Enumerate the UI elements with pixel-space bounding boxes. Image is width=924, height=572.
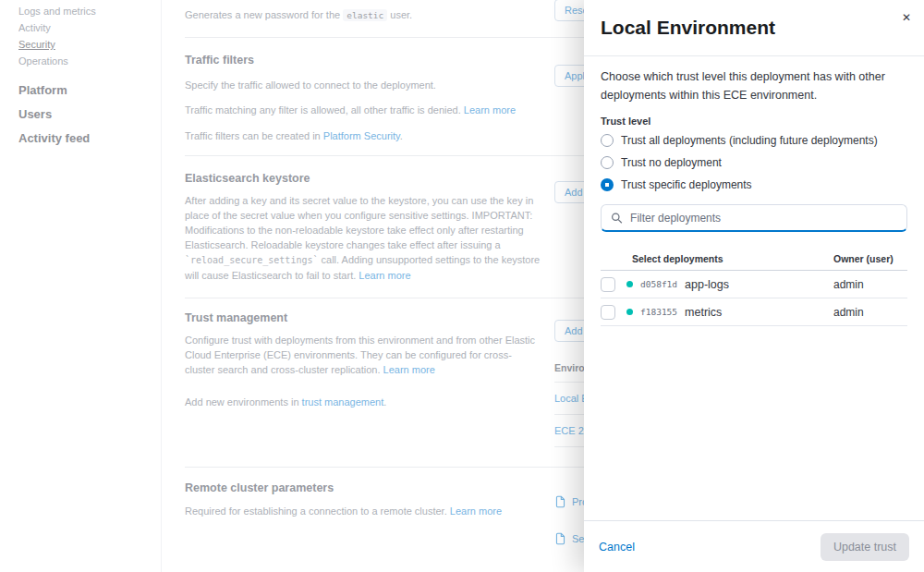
sidebar-item-platform[interactable]: Platform bbox=[18, 79, 161, 103]
document-icon bbox=[554, 495, 566, 508]
add-environments-note: Add new environments in trust management… bbox=[185, 395, 541, 409]
sidebar-item-activity[interactable]: Activity bbox=[18, 19, 161, 36]
flyout-title: Local Environment bbox=[601, 15, 907, 41]
radio-icon[interactable] bbox=[601, 134, 614, 147]
learn-more-link[interactable]: Learn more bbox=[383, 364, 435, 375]
reset-password-description: Generates a new password for the elastic… bbox=[185, 7, 412, 23]
remote-cluster-desc: Required for establishing a connection t… bbox=[185, 504, 541, 518]
traffic-filters-title: Traffic filters bbox=[185, 54, 254, 67]
filter-deployments-input[interactable] bbox=[630, 212, 897, 225]
cancel-button[interactable]: Cancel bbox=[599, 541, 635, 554]
sidebar-item-operations[interactable]: Operations bbox=[18, 53, 161, 69]
local-environment-flyout: Local Environment ✕ Choose which trust l… bbox=[584, 0, 924, 572]
sidebar-item-logs-and-metrics[interactable]: Logs and metrics bbox=[18, 3, 161, 19]
table-row: d058f1d app-logs admin bbox=[601, 271, 907, 298]
learn-more-link[interactable]: Learn more bbox=[464, 104, 516, 116]
sidebar: Logs and metrics Activity Security Opera… bbox=[0, 0, 162, 572]
sidebar-item-users[interactable]: Users bbox=[18, 103, 161, 127]
deployment-id: f183155 bbox=[640, 307, 677, 317]
sidebar-item-activity-feed[interactable]: Activity feed bbox=[18, 127, 161, 151]
search-icon bbox=[611, 212, 623, 225]
deployment-id: d058f1d bbox=[640, 279, 677, 289]
flyout-header: Local Environment ✕ bbox=[584, 0, 924, 56]
trust-management-link[interactable]: trust management bbox=[302, 396, 384, 408]
filter-deployments-field[interactable] bbox=[601, 204, 907, 232]
close-icon[interactable]: ✕ bbox=[902, 11, 911, 24]
update-trust-button[interactable]: Update trust bbox=[821, 533, 909, 561]
platform-security-link[interactable]: Platform Security bbox=[323, 130, 400, 141]
environment-link-ece[interactable]: ECE 2 bbox=[554, 425, 584, 436]
document-icon bbox=[554, 532, 566, 545]
radio-trust-specific[interactable]: Trust specific deployments bbox=[601, 176, 907, 193]
trust-management-desc: Configure trust with deployments from th… bbox=[185, 333, 541, 377]
app-root: Logs and metrics Activity Security Opera… bbox=[0, 0, 924, 572]
keystore-desc: After adding a key and its secret value … bbox=[185, 193, 553, 283]
radio-trust-all[interactable]: Trust all deployments (including future … bbox=[601, 132, 907, 149]
learn-more-link[interactable]: Learn more bbox=[450, 505, 502, 517]
keystore-title: Elasticsearch keystore bbox=[185, 172, 310, 185]
elastic-user-code: elastic bbox=[343, 9, 387, 21]
trust-level-label: Trust level bbox=[601, 116, 907, 127]
radio-trust-none[interactable]: Trust no deployment bbox=[601, 154, 907, 171]
traffic-filters-created: Traffic filters can be created in Platfo… bbox=[185, 128, 573, 143]
health-dot-icon bbox=[626, 281, 633, 287]
deployment-owner: admin bbox=[833, 306, 907, 319]
traffic-filters-desc: Specify the traffic allowed to connect t… bbox=[185, 78, 573, 92]
trust-management-title: Trust management bbox=[185, 311, 287, 324]
table-row: f183155 metrics admin bbox=[601, 298, 907, 326]
learn-more-link[interactable]: Learn more bbox=[359, 270, 410, 281]
deployment-checkbox[interactable] bbox=[601, 277, 615, 292]
owner-header: Owner (user) bbox=[833, 253, 907, 264]
deployment-owner: admin bbox=[833, 278, 907, 291]
flyout-body: Choose which trust level this deployment… bbox=[584, 56, 924, 520]
remote-cluster-title: Remote cluster parameters bbox=[185, 481, 334, 494]
select-deployments-header: Select deployments bbox=[601, 253, 833, 264]
sidebar-item-security[interactable]: Security bbox=[18, 36, 161, 53]
deployments-table: Select deployments Owner (user) d058f1d … bbox=[601, 247, 907, 326]
health-dot-icon bbox=[626, 309, 633, 315]
radio-icon-selected[interactable] bbox=[601, 178, 614, 191]
flyout-description: Choose which trust level this deployment… bbox=[601, 67, 907, 104]
deployments-table-header: Select deployments Owner (user) bbox=[601, 247, 907, 271]
reload-settings-code: `reload_secure_settings` bbox=[185, 255, 319, 265]
radio-icon[interactable] bbox=[601, 156, 614, 169]
deployment-name: app-logs bbox=[685, 278, 729, 291]
deployment-name: metrics bbox=[685, 306, 722, 319]
deployment-checkbox[interactable] bbox=[601, 305, 615, 320]
traffic-filters-note: Traffic matching any filter is allowed, … bbox=[185, 103, 573, 117]
flyout-footer: Cancel Update trust bbox=[584, 520, 924, 572]
